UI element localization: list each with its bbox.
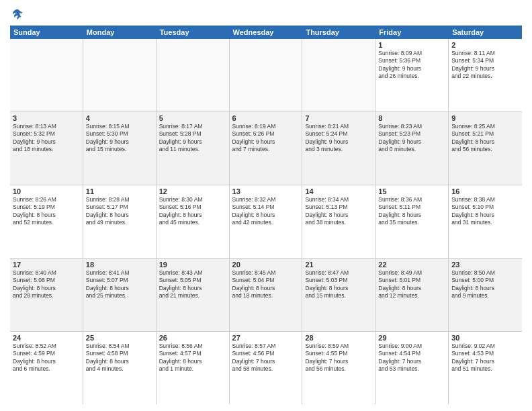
calendar-cell: 24Sunrise: 8:52 AM Sunset: 4:59 PM Dayli… [10, 332, 83, 404]
day-number: 7 [305, 114, 372, 122]
day-info: Sunrise: 8:21 AM Sunset: 5:24 PM Dayligh… [305, 123, 372, 154]
calendar-row: 3Sunrise: 8:13 AM Sunset: 5:32 PM Daylig… [10, 112, 522, 185]
day-info: Sunrise: 8:47 AM Sunset: 5:03 PM Dayligh… [305, 269, 372, 300]
calendar-body: 1Sunrise: 8:09 AM Sunset: 5:36 PM Daylig… [10, 39, 522, 404]
calendar-cell: 27Sunrise: 8:57 AM Sunset: 4:56 PM Dayli… [230, 332, 303, 404]
calendar-cell [83, 39, 157, 111]
day-number: 28 [305, 334, 372, 342]
day-info: Sunrise: 8:49 AM Sunset: 5:01 PM Dayligh… [378, 269, 445, 300]
header [10, 7, 522, 21]
calendar-cell: 26Sunrise: 8:56 AM Sunset: 4:57 PM Dayli… [157, 332, 230, 404]
day-number: 16 [451, 187, 519, 195]
day-number: 3 [13, 114, 80, 122]
day-info: Sunrise: 8:57 AM Sunset: 4:56 PM Dayligh… [232, 342, 300, 373]
day-info: Sunrise: 8:30 AM Sunset: 5:16 PM Dayligh… [159, 196, 226, 227]
calendar-cell: 9Sunrise: 8:25 AM Sunset: 5:21 PM Daylig… [449, 112, 522, 185]
day-info: Sunrise: 8:41 AM Sunset: 5:07 PM Dayligh… [86, 269, 153, 300]
logo-bird-icon [10, 7, 25, 21]
weekday-header: Friday [375, 26, 449, 39]
day-info: Sunrise: 8:25 AM Sunset: 5:21 PM Dayligh… [451, 123, 519, 154]
day-number: 27 [232, 334, 300, 342]
calendar-cell: 15Sunrise: 8:36 AM Sunset: 5:11 PM Dayli… [375, 185, 449, 258]
weekday-header: Thursday [302, 26, 375, 39]
calendar-cell: 7Sunrise: 8:21 AM Sunset: 5:24 PM Daylig… [302, 112, 375, 185]
calendar-cell: 19Sunrise: 8:43 AM Sunset: 5:05 PM Dayli… [157, 259, 230, 331]
calendar-cell: 8Sunrise: 8:23 AM Sunset: 5:23 PM Daylig… [375, 112, 449, 185]
calendar-row: 10Sunrise: 8:26 AM Sunset: 5:19 PM Dayli… [10, 185, 522, 259]
day-number: 5 [159, 114, 226, 122]
day-info: Sunrise: 8:52 AM Sunset: 4:59 PM Dayligh… [13, 342, 80, 373]
calendar-cell: 4Sunrise: 8:15 AM Sunset: 5:30 PM Daylig… [83, 112, 157, 185]
calendar-row: 1Sunrise: 8:09 AM Sunset: 5:36 PM Daylig… [10, 39, 522, 112]
day-number: 25 [86, 334, 153, 342]
day-number: 8 [378, 114, 445, 122]
day-number: 23 [451, 261, 519, 269]
day-number: 1 [378, 41, 445, 49]
day-number: 19 [159, 261, 226, 269]
calendar-cell: 14Sunrise: 8:34 AM Sunset: 5:13 PM Dayli… [302, 185, 375, 258]
calendar-cell: 12Sunrise: 8:30 AM Sunset: 5:16 PM Dayli… [157, 185, 230, 258]
calendar-cell [10, 39, 83, 111]
day-number: 12 [159, 187, 226, 195]
calendar-cell: 16Sunrise: 8:38 AM Sunset: 5:10 PM Dayli… [449, 185, 522, 258]
day-info: Sunrise: 8:17 AM Sunset: 5:28 PM Dayligh… [159, 123, 226, 154]
weekday-header: Saturday [449, 26, 522, 39]
day-info: Sunrise: 8:59 AM Sunset: 4:55 PM Dayligh… [305, 342, 372, 373]
day-info: Sunrise: 8:45 AM Sunset: 5:04 PM Dayligh… [232, 269, 300, 300]
calendar-cell: 10Sunrise: 8:26 AM Sunset: 5:19 PM Dayli… [10, 185, 83, 258]
day-info: Sunrise: 8:13 AM Sunset: 5:32 PM Dayligh… [13, 123, 80, 154]
calendar-cell: 13Sunrise: 8:32 AM Sunset: 5:14 PM Dayli… [230, 185, 303, 258]
day-number: 24 [13, 334, 80, 342]
day-info: Sunrise: 8:40 AM Sunset: 5:08 PM Dayligh… [13, 269, 80, 300]
calendar-cell [230, 39, 303, 111]
calendar-cell: 3Sunrise: 8:13 AM Sunset: 5:32 PM Daylig… [10, 112, 83, 185]
day-number: 13 [232, 187, 300, 195]
calendar-cell [157, 39, 230, 111]
calendar-row: 17Sunrise: 8:40 AM Sunset: 5:08 PM Dayli… [10, 259, 522, 332]
day-info: Sunrise: 8:23 AM Sunset: 5:23 PM Dayligh… [378, 123, 445, 154]
day-info: Sunrise: 8:43 AM Sunset: 5:05 PM Dayligh… [159, 269, 226, 300]
weekday-header: Monday [83, 26, 157, 39]
day-number: 11 [86, 187, 153, 195]
day-number: 22 [378, 261, 445, 269]
calendar-cell: 29Sunrise: 9:00 AM Sunset: 4:54 PM Dayli… [375, 332, 449, 404]
day-number: 9 [451, 114, 519, 122]
day-number: 17 [13, 261, 80, 269]
day-number: 30 [451, 334, 519, 342]
calendar-cell: 17Sunrise: 8:40 AM Sunset: 5:08 PM Dayli… [10, 259, 83, 331]
day-number: 6 [232, 114, 300, 122]
calendar-cell: 18Sunrise: 8:41 AM Sunset: 5:07 PM Dayli… [83, 259, 157, 331]
day-info: Sunrise: 8:50 AM Sunset: 5:00 PM Dayligh… [451, 269, 519, 300]
day-info: Sunrise: 8:09 AM Sunset: 5:36 PM Dayligh… [378, 50, 445, 81]
calendar-cell: 2Sunrise: 8:11 AM Sunset: 5:34 PM Daylig… [449, 39, 522, 111]
day-number: 10 [13, 187, 80, 195]
weekday-header: Sunday [10, 26, 83, 39]
calendar-cell: 11Sunrise: 8:28 AM Sunset: 5:17 PM Dayli… [83, 185, 157, 258]
day-info: Sunrise: 8:15 AM Sunset: 5:30 PM Dayligh… [86, 123, 153, 154]
calendar-cell: 28Sunrise: 8:59 AM Sunset: 4:55 PM Dayli… [302, 332, 375, 404]
calendar-cell: 20Sunrise: 8:45 AM Sunset: 5:04 PM Dayli… [230, 259, 303, 331]
day-info: Sunrise: 8:26 AM Sunset: 5:19 PM Dayligh… [13, 196, 80, 227]
day-info: Sunrise: 8:32 AM Sunset: 5:14 PM Dayligh… [232, 196, 300, 227]
calendar-cell: 21Sunrise: 8:47 AM Sunset: 5:03 PM Dayli… [302, 259, 375, 331]
calendar-cell: 30Sunrise: 9:02 AM Sunset: 4:53 PM Dayli… [449, 332, 522, 404]
calendar-cell: 22Sunrise: 8:49 AM Sunset: 5:01 PM Dayli… [375, 259, 449, 331]
day-info: Sunrise: 8:28 AM Sunset: 5:17 PM Dayligh… [86, 196, 153, 227]
calendar: SundayMondayTuesdayWednesdayThursdayFrid… [10, 26, 522, 404]
day-number: 2 [451, 41, 519, 49]
day-info: Sunrise: 8:36 AM Sunset: 5:11 PM Dayligh… [378, 196, 445, 227]
calendar-row: 24Sunrise: 8:52 AM Sunset: 4:59 PM Dayli… [10, 332, 522, 404]
day-number: 29 [378, 334, 445, 342]
day-info: Sunrise: 9:02 AM Sunset: 4:53 PM Dayligh… [451, 342, 519, 373]
calendar-cell [302, 39, 375, 111]
calendar-cell: 1Sunrise: 8:09 AM Sunset: 5:36 PM Daylig… [375, 39, 449, 111]
day-info: Sunrise: 8:19 AM Sunset: 5:26 PM Dayligh… [232, 123, 300, 154]
day-number: 20 [232, 261, 300, 269]
calendar-cell: 6Sunrise: 8:19 AM Sunset: 5:26 PM Daylig… [230, 112, 303, 185]
day-info: Sunrise: 8:54 AM Sunset: 4:58 PM Dayligh… [86, 342, 153, 373]
day-info: Sunrise: 8:38 AM Sunset: 5:10 PM Dayligh… [451, 196, 519, 227]
day-number: 21 [305, 261, 372, 269]
day-number: 26 [159, 334, 226, 342]
page: SundayMondayTuesdayWednesdayThursdayFrid… [0, 0, 532, 411]
day-info: Sunrise: 9:00 AM Sunset: 4:54 PM Dayligh… [378, 342, 445, 373]
